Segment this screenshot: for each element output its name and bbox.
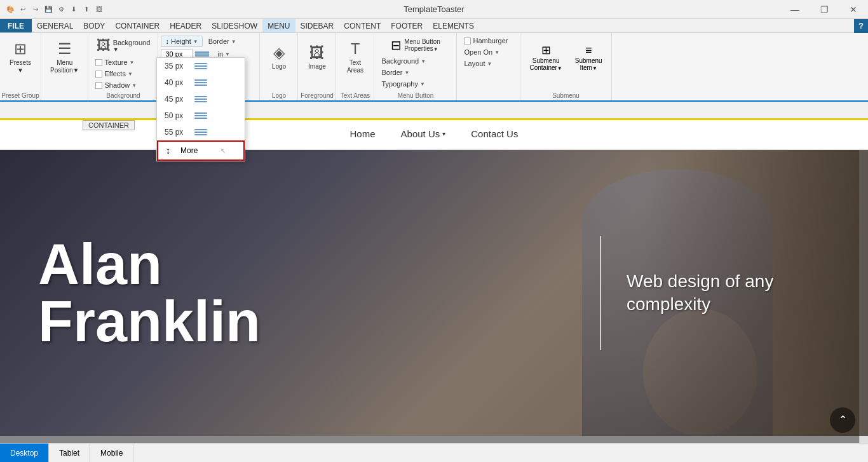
download-icon[interactable]: ⬇ xyxy=(69,4,79,15)
bottom-bar: Desktop Tablet Mobile xyxy=(0,443,868,462)
presets-button[interactable]: ⊞ Presets▼ xyxy=(4,36,36,79)
back-to-top-button[interactable]: ⌃ xyxy=(830,407,855,433)
tab-mobile[interactable]: Mobile xyxy=(90,444,133,462)
more-button[interactable]: ↕ More ↖ xyxy=(157,140,245,161)
menu-bar: FILE GENERAL BODY CONTAINER HEADER SLIDE… xyxy=(0,19,868,33)
height-50[interactable]: 50 px xyxy=(157,107,245,124)
menu-typography-label: Typography xyxy=(381,80,417,88)
save-icon[interactable]: 💾 xyxy=(43,4,53,15)
menu-container[interactable]: CONTAINER xyxy=(110,19,165,32)
height-dropdown: 35 px 40 px 45 px 50 px 55 px ↕ More ↖ xyxy=(156,57,245,161)
logo-label: Logo xyxy=(272,63,286,71)
height-45-icon xyxy=(194,96,207,102)
texture-label: Texture xyxy=(104,58,127,66)
ribbon-group-hamburger: Hamburger Open On ▼ Layout ▼ xyxy=(457,33,520,100)
menu-border-label: Border xyxy=(381,69,402,76)
submenu-container-button[interactable]: ⊞ SubmenuContainer▼ xyxy=(524,36,567,79)
menu-button-options: Background ▼ Border ▼ Typography ▼ xyxy=(378,56,452,89)
text-areas-button[interactable]: T TextAreas xyxy=(341,36,369,79)
redo-icon[interactable]: ↪ xyxy=(31,4,41,15)
window-controls: — ❐ ✕ xyxy=(780,0,868,19)
height-35[interactable]: 35 px xyxy=(157,58,245,74)
hero-name: Alan Franklin xyxy=(38,236,574,350)
layout-button[interactable]: Layout ▼ xyxy=(461,58,516,69)
menu-button-group-label: Menu Button xyxy=(374,92,456,99)
ribbon-group-image: 🖼 Image Foreground xyxy=(298,33,336,100)
height-45[interactable]: 45 px xyxy=(157,91,245,107)
submenu-item-button[interactable]: ≡ SubmenuItem▼ xyxy=(570,36,607,79)
height-40-icon xyxy=(194,79,207,86)
effects-button[interactable]: Effects ▼ xyxy=(92,69,154,79)
menu-position-button[interactable]: ☰ MenuPosition▼ xyxy=(45,36,84,79)
ribbon-group-menu-button: ⊟ Menu ButtonProperties▼ Background ▼ Bo… xyxy=(374,33,457,100)
hamburger-checkbox[interactable] xyxy=(464,37,471,44)
hero-section: Alan Franklin Web design of any complexi… xyxy=(0,150,868,436)
menu-menu[interactable]: MENU xyxy=(262,19,295,32)
help-button[interactable]: ? xyxy=(854,19,868,33)
settings-icon[interactable]: ⚙ xyxy=(56,4,66,15)
menu-button-properties-button[interactable]: ⊟ Menu ButtonProperties▼ xyxy=(378,36,452,55)
hero-right: Web design of any complexity xyxy=(627,236,830,350)
close-button[interactable]: ✕ xyxy=(839,0,868,19)
presets-icon: ⊞ xyxy=(14,40,27,58)
minimize-button[interactable]: — xyxy=(780,0,810,19)
open-on-button[interactable]: Open On ▼ xyxy=(461,47,516,57)
tab-desktop[interactable]: Desktop xyxy=(0,444,49,462)
presets-group-label: Preset Group xyxy=(0,92,41,99)
menu-bg-button[interactable]: Background ▼ xyxy=(378,56,452,66)
background-icon: 🖼 xyxy=(97,37,111,54)
shadow-button[interactable]: Shadow ▼ xyxy=(92,80,154,90)
menu-header[interactable]: HEADER xyxy=(165,19,207,32)
undo-icon[interactable]: ↩ xyxy=(18,4,28,15)
texture-checkbox[interactable] xyxy=(95,59,102,66)
open-on-label: Open On xyxy=(464,48,492,56)
menu-sidebar[interactable]: SIDEBAR xyxy=(295,19,339,32)
hamburger-label: Hamburger xyxy=(473,37,508,44)
ribbon-group-logo: ◈ Logo Logo xyxy=(260,33,298,100)
height-40-label: 40 px xyxy=(165,78,187,87)
texture-button[interactable]: Texture ▼ xyxy=(92,57,154,67)
nav-about[interactable]: About Us ▾ xyxy=(401,128,446,139)
background-button[interactable]: 🖼 Background▼ xyxy=(92,36,154,56)
menu-file[interactable]: FILE xyxy=(0,19,32,32)
container-label: CONTAINER xyxy=(83,120,135,130)
text-areas-icon: T xyxy=(351,40,360,58)
menu-border-button[interactable]: Border ▼ xyxy=(378,67,452,78)
logo-button[interactable]: ◈ Logo xyxy=(265,36,293,79)
ribbon: ⊞ Presets▼ Preset Group ☰ MenuPosition▼ … xyxy=(0,33,868,102)
height-dropdown-button[interactable]: ↕ Height ▼ xyxy=(161,36,202,47)
line3 xyxy=(195,55,209,57)
upload-icon[interactable]: ⬆ xyxy=(81,4,92,15)
menu-content[interactable]: CONTENT xyxy=(339,19,386,32)
menu-footer[interactable]: FOOTER xyxy=(386,19,428,32)
tab-tablet[interactable]: Tablet xyxy=(49,444,90,462)
ribbon-group-presets: ⊞ Presets▼ Preset Group xyxy=(0,33,41,100)
border-top-button[interactable]: Border ▼ xyxy=(205,36,240,46)
menu-slideshow[interactable]: SLIDESHOW xyxy=(207,19,262,32)
menu-typography-button[interactable]: Typography ▼ xyxy=(378,79,452,89)
height-55[interactable]: 55 px xyxy=(157,124,245,140)
shadow-checkbox[interactable] xyxy=(95,82,102,89)
height-45-label: 45 px xyxy=(165,95,187,104)
effects-checkbox[interactable] xyxy=(95,71,102,78)
hamburger-button[interactable]: Hamburger xyxy=(461,36,516,46)
restore-button[interactable]: ❐ xyxy=(810,0,839,19)
ribbon-group-submenu: ⊞ SubmenuContainer▼ ≡ SubmenuItem▼ Subme… xyxy=(520,33,611,100)
more-icon: ↕ xyxy=(166,146,170,156)
menu-body[interactable]: BODY xyxy=(78,19,110,32)
height-up-icon: ↕ xyxy=(165,37,169,45)
layout-label: Layout xyxy=(464,60,485,67)
nav-contact[interactable]: Contact Us xyxy=(471,128,518,139)
nav-home[interactable]: Home xyxy=(350,128,376,139)
menu-general[interactable]: GENERAL xyxy=(32,19,78,32)
more-label: More xyxy=(180,146,198,155)
app-icon: 🎨 xyxy=(5,4,15,15)
height-label: Height xyxy=(171,37,191,45)
image-button[interactable]: 🖼 Image xyxy=(303,36,331,79)
image-icon: 🖼 xyxy=(309,44,325,62)
height-40[interactable]: 40 px xyxy=(157,74,245,91)
text-areas-group-label: Text Areas xyxy=(336,92,374,99)
menu-elements[interactable]: ELEMENTS xyxy=(428,19,479,32)
photo-icon[interactable]: 🖼 xyxy=(94,4,104,15)
background-options: Texture ▼ Effects ▼ Shadow ▼ xyxy=(92,57,154,90)
